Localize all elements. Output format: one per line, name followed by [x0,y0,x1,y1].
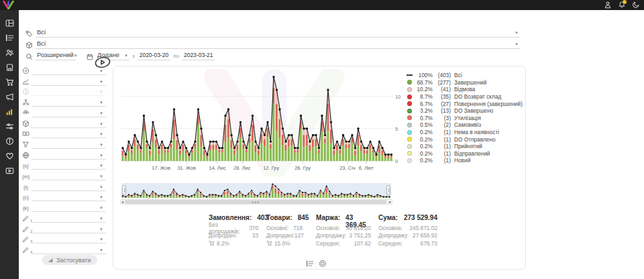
stat-sub-value: 107.62 [354,240,371,247]
scroll-left-arrow[interactable]: ◂ [121,199,123,205]
user-icon[interactable] [604,1,612,9]
legend-count: (1) [433,143,451,150]
filter-select[interactable]: ▼ [32,111,106,117]
category-select[interactable]: Всі ▼ [36,28,520,38]
filter-select[interactable]: ▼ [32,227,106,233]
sphere-view-icon[interactable] [319,260,327,268]
legend-count: (277) [433,79,451,86]
bell-icon[interactable] [618,1,626,9]
legend-count: (41) [433,86,451,93]
filter-row-pencil3: 3▼ [20,233,106,243]
app-logo-icon[interactable] [3,1,14,9]
stat-sub-label: Основна: [378,225,402,231]
search-mode-select[interactable]: Розширений ▼ [36,51,76,60]
sidebar-item-orders[interactable] [0,30,19,45]
play-oval-icon [93,56,113,69]
video-help-button[interactable] [93,56,113,69]
legend-percent: 68.7% [415,79,433,86]
stat-sub-label: Допродані: [209,232,237,239]
product-select[interactable]: Всі ▼ [36,40,520,49]
filter-select[interactable]: ▼ [32,205,106,212]
legend-item[interactable]: 0.2%(1)Нема в наявності [407,129,522,136]
target-icon [22,67,30,74]
filter-row-{m}: {m}▼ [20,170,106,180]
date-to-input[interactable]: 2023-03-21 [182,52,215,60]
legend-item[interactable]: 3.2%(13)DO Завершено [407,107,522,115]
stat-sub-value: 370 [249,225,258,231]
sidebar-item-cart[interactable] [0,74,19,89]
filter-row-banknote: ▼ [20,128,106,138]
filter-select[interactable]: ▼ [32,163,106,170]
sidebar-item-analytics[interactable] [0,104,19,119]
sidebar-item-marketing[interactable] [0,89,19,104]
legend-count: (1) [433,136,451,143]
filter-select[interactable]: ▼ [32,174,106,180]
sidebar-item-dashboard[interactable] [0,15,19,30]
stat-sub-label: Основні: [266,225,288,231]
scrollbar-thumb[interactable]: ●●● [125,200,386,204]
filter-select[interactable]: ▼ [32,247,106,254]
stat-sub-value: 245 871.02 [409,225,437,231]
legend-item[interactable]: 8.7%(35)DO Возврат склад [407,93,522,101]
globe-icon [22,152,30,159]
filter-select[interactable]: ▼ [32,194,106,201]
apply-filters-button[interactable]: Застосувати [42,255,97,265]
moon-icon[interactable] [632,1,640,9]
legend-item[interactable]: 100%(403)Всі [407,72,522,79]
sidebar-item-video-tutorials[interactable] [0,163,19,178]
filter-row-funnel: ▼ [20,139,106,149]
funnel-icon [22,141,30,148]
sidebar-item-store[interactable] [0,60,19,74]
legend-dot-marker [407,129,413,135]
stat-sub-value: 27 658.92 [413,232,437,239]
sidebar-item-customers[interactable] [0,45,19,60]
nav-sidebar [0,10,19,279]
filter-select[interactable]: ▼ [32,216,106,223]
sidebar-item-loyalty[interactable] [0,148,19,163]
filter-select[interactable]: ▼ [32,184,106,191]
minimap-left-handle[interactable] [122,185,126,195]
legend-item[interactable]: 0.5%(2)Самовивіз [407,121,522,129]
minimap-right-handle[interactable] [386,185,390,195]
chart-scrollbar[interactable]: ◂ ●●● ▸ [120,199,392,205]
org-chart-icon [22,99,30,106]
filter-select[interactable]: ▼ [32,153,106,160]
filter-select[interactable]: ▼ [32,68,106,75]
filter-row-{c}: {c}▼ [20,191,106,201]
legend-item[interactable]: 0.2%(1)Прийнятий [407,143,522,150]
search-icon[interactable] [25,53,33,60]
chevron-down-icon: ▼ [99,237,103,242]
legend-count: (1) [433,157,451,164]
date-from-label: з [132,53,135,59]
filter-row-slope-chart: ▼ [20,76,106,86]
sidebar-item-info[interactable] [0,133,19,148]
sidebar-item-integrations[interactable] [0,119,19,133]
table-view-icon[interactable] [306,260,314,268]
x-tick-label: 14. Лис [204,165,231,171]
legend-dot-marker [407,122,413,128]
date-from-input[interactable]: 2020-03-20 [138,52,170,60]
filter-select[interactable]: ▼ [32,100,106,107]
legend-item[interactable]: 0.7%(3)Утилізація [407,115,522,122]
legend-item[interactable]: 0.2%(1)Відправлений [407,150,522,158]
orders-timeseries-chart[interactable] [121,70,393,166]
filter-select[interactable]: ▼ [32,121,106,128]
legend-label: Самовивіз [454,121,481,128]
legend-item[interactable]: 6.7%(27)Повернення (завершений) [407,100,522,107]
legend-item[interactable]: 10.2%(41)Відмова [407,86,522,93]
stat-value: 273 529.94 [404,214,437,224]
bar-chart-icon [48,258,54,263]
chart-minimap[interactable] [121,183,391,198]
legend-label: Відмова [454,86,475,93]
legend-item[interactable]: 0.2%(1)Новий [407,157,522,164]
filter-select[interactable]: ▼ [32,142,106,149]
scroll-right-arrow[interactable]: ▸ [389,199,391,205]
legend-item[interactable]: 68.7%(277)Завершений [407,79,522,87]
filter-select[interactable]: ▼ [32,131,106,138]
filter-select[interactable]: ▼ [32,237,106,243]
chevron-down-icon: ▼ [99,163,103,168]
legend-item[interactable]: 0.2%(1)DO Отправлено [407,135,522,143]
chevron-down-icon: ▼ [99,142,103,148]
filter-select[interactable]: ▼ [32,79,106,86]
pencil-icon [22,246,30,254]
